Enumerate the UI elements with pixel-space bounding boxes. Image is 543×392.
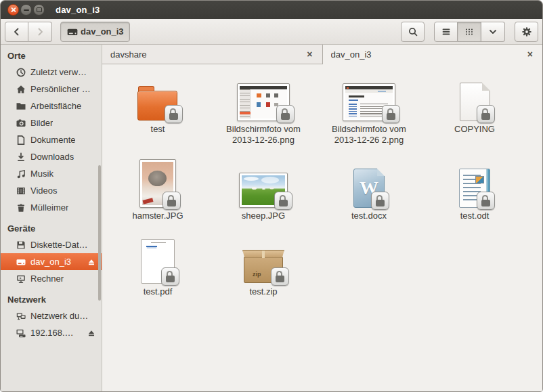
sidebar-item-label: Downloads (30, 152, 74, 162)
sidebar-item-label: 192.168.… (30, 328, 74, 338)
sidebar-item-label: Dokumente (30, 135, 75, 145)
sidebar-section-header: Geräte (1, 220, 102, 236)
sidebar-item-label: Persönlicher … (30, 84, 91, 94)
titlebar: dav_on_i3 (1, 1, 542, 19)
sidebar: OrteZuletzt verw…Persönlicher …Arbeitsfl… (1, 45, 102, 391)
view-button-group (434, 22, 505, 42)
window-maximize-button[interactable] (33, 4, 45, 16)
sidebar-item-zuletzt-verw[interactable]: Zuletzt verw… (1, 64, 102, 81)
lock-emblem (274, 192, 292, 210)
sidebar-item-rechner[interactable]: Rechner (1, 270, 102, 287)
lock-emblem (477, 192, 495, 210)
nav-button-group (5, 22, 52, 42)
maximize-icon (37, 7, 42, 12)
computer-icon (16, 274, 26, 284)
sidebar-item-videos[interactable]: Videos (1, 182, 102, 199)
sidebar-section-header: Orte (1, 47, 102, 64)
floppy-icon (16, 240, 26, 251)
file-item-test-odt[interactable]: test.odt (422, 155, 527, 231)
eject-icon[interactable] (87, 257, 96, 267)
file-name: hamster.JPG (132, 211, 183, 221)
search-icon (408, 26, 418, 37)
file-name: test (151, 124, 165, 135)
sidebar-item-label: dav_on_i3 (30, 257, 71, 267)
options-menu-button[interactable] (515, 22, 538, 42)
grid-view-icon (464, 26, 475, 37)
location-breadcrumb-button[interactable]: dav_on_i3 (60, 22, 130, 42)
file-item-bildschirmfoto-vom-2013-12-26-png[interactable]: Bildschirmfoto vom 2013-12-26.png (211, 68, 316, 155)
sidebar-item-bilder[interactable]: Bilder (1, 114, 102, 131)
sidebar-item-dav-on-i3[interactable]: dav_on_i3 (1, 253, 102, 270)
view-options-dropdown-button[interactable] (481, 22, 505, 42)
sidebar-item-label: Zuletzt verw… (30, 67, 87, 77)
odt-icon (459, 169, 490, 208)
music-icon (16, 169, 26, 179)
tab-dav-on-i3[interactable]: dav_on_i3× (323, 45, 543, 64)
sidebar-item-label: Diskette-Dat… (30, 240, 88, 250)
file-name: Bildschirmfoto vom 2013-12-26.png (223, 124, 303, 146)
trash-icon (16, 202, 26, 213)
home-icon (16, 84, 26, 95)
back-button[interactable] (5, 22, 28, 42)
file-item-hamster-jpg[interactable]: hamster.JPG (105, 155, 211, 231)
close-icon (10, 7, 16, 13)
sidebar-item-arbeitsfl-che[interactable]: Arbeitsfläche (1, 97, 102, 114)
file-name: test.zip (249, 286, 277, 297)
sidebar-scrollbar[interactable] (98, 165, 101, 301)
tab-close-icon[interactable]: × (304, 48, 315, 60)
clock-icon (16, 67, 26, 78)
sidebar-item-label: Netzwerk du… (30, 311, 88, 321)
tab-davshare[interactable]: davshare× (102, 45, 323, 64)
list-view-icon (441, 26, 452, 37)
sidebar-item-m-lleimer[interactable]: Mülleimer (1, 199, 102, 216)
file-item-test[interactable]: test (105, 68, 211, 155)
screenshot-browser-icon (343, 83, 395, 121)
grid-view-button[interactable] (458, 22, 481, 42)
tab-close-icon[interactable]: × (525, 48, 536, 60)
file-item-bildschirmfoto-vom-2013-12-26-2-png[interactable]: Bildschirmfoto vom 2013-12-26 2.png (316, 68, 422, 155)
file-item-sheep-jpg[interactable]: sheep.JPG (211, 155, 316, 231)
network-drive-icon (16, 328, 26, 339)
minimize-icon (24, 9, 29, 11)
forward-button[interactable] (28, 22, 52, 42)
file-item-test-pdf[interactable]: test.pdf (105, 231, 211, 307)
file-item-copying[interactable]: COPYING (422, 68, 527, 155)
sidebar-item-dokumente[interactable]: Dokumente (1, 131, 102, 148)
window-close-button[interactable] (7, 4, 19, 16)
zip-icon: zip (242, 250, 284, 284)
sidebar-item-label: Bilder (30, 118, 53, 128)
chevron-right-icon (35, 26, 45, 37)
chevron-down-icon (487, 26, 498, 37)
drive-icon (66, 26, 79, 38)
file-name: test.docx (351, 211, 387, 221)
photo-hamster-icon (139, 159, 176, 208)
sidebar-item-diskette-dat[interactable]: Diskette-Dat… (1, 236, 102, 253)
sidebar-item-label: Mülleimer (30, 202, 68, 213)
file-item-test-docx[interactable]: Wtest.docx (316, 155, 422, 231)
drive-icon (16, 257, 26, 267)
screenshot-filemanager-icon (237, 83, 290, 121)
sidebar-item-netzwerk-du[interactable]: Netzwerk du… (1, 307, 102, 324)
sidebar-section-header: Netzwerk (1, 291, 102, 307)
sidebar-item-pers-nlicher[interactable]: Persönlicher … (1, 81, 102, 97)
file-name: sheep.JPG (242, 211, 285, 221)
document-icon (16, 135, 26, 146)
video-icon (16, 186, 26, 196)
toolbar-right-cluster (401, 22, 538, 42)
lock-emblem (165, 105, 183, 123)
file-item-test-zip[interactable]: ziptest.zip (211, 231, 316, 307)
file-name: test.pdf (144, 286, 173, 297)
list-view-button[interactable] (434, 22, 458, 42)
sidebar-item-192-168[interactable]: 192.168.… (1, 324, 102, 341)
file-grid: testBildschirmfoto vom 2013-12-26.pngBil… (102, 64, 542, 391)
docx-icon: W (353, 169, 385, 208)
tab-label: davshare (110, 49, 304, 60)
sidebar-item-downloads[interactable]: Downloads (1, 148, 102, 165)
eject-icon[interactable] (87, 328, 96, 338)
window-minimize-button[interactable] (20, 4, 32, 16)
tab-bar: davshare×dav_on_i3× (102, 45, 542, 64)
sidebar-item-musik[interactable]: Musik (1, 165, 102, 182)
search-button[interactable] (401, 22, 425, 42)
lock-emblem (162, 192, 181, 210)
file-name: test.odt (460, 211, 490, 221)
